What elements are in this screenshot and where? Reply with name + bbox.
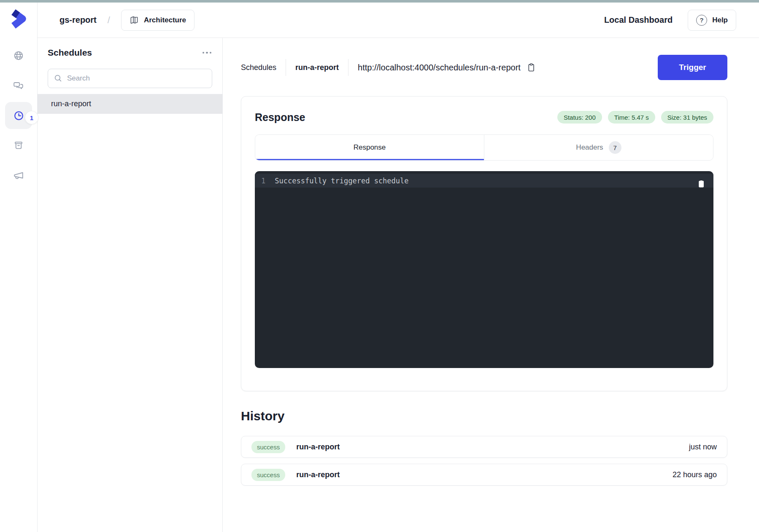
copy-icon [697,179,706,189]
response-tabs: Response Headers 7 [255,134,713,161]
code-line-number: 1 [255,177,265,185]
content-row: Schedules run-a-r [38,38,759,532]
right-side: gs-report / Architecture Local Dashboard… [38,3,759,532]
ellipsis-icon [203,52,205,54]
breadcrumb-schedule-name: run-a-report [295,63,339,72]
search-wrapper [48,69,212,88]
clock-icon [13,110,24,121]
app-header: gs-report / Architecture Local Dashboard… [38,3,759,38]
response-card-title: Response [255,111,305,124]
architecture-button-label: Architecture [144,16,186,24]
history-status-badge: success [251,469,285,481]
sidebar-item-announcements[interactable] [5,162,32,189]
response-badges: Status: 200 Time: 5.47 s Size: 31 bytes [557,111,713,124]
breadcrumb-section: Schedules [241,63,276,72]
history-schedule-name: run-a-report [296,443,340,451]
size-badge: Size: 31 bytes [661,111,713,124]
sidebar-item-storage[interactable] [5,132,32,159]
history-title: History [241,409,727,423]
chat-icon [13,80,24,91]
schedules-panel-title: Schedules [48,48,92,58]
history-timestamp: just now [689,443,717,451]
search-input[interactable] [48,69,212,88]
response-card-header: Response Status: 200 Time: 5.47 s Size: … [255,110,713,124]
code-line: 1 Successfully triggered schedule [255,174,713,188]
help-button[interactable]: ? Help [688,10,736,31]
response-body-code-block: 1 Successfully triggered schedule [255,171,713,368]
tab-headers[interactable]: Headers 7 [484,135,713,160]
architecture-button[interactable]: Architecture [121,10,194,31]
tab-response[interactable]: Response [255,135,484,160]
project-name: gs-report [59,15,97,25]
map-icon [130,16,139,25]
schedules-count-badge: 1 [25,111,38,124]
help-button-label: Help [712,16,728,24]
archive-icon [13,140,24,151]
tab-headers-label: Headers [576,143,603,152]
copy-response-button[interactable] [696,178,707,190]
sidebar-item-schedules[interactable]: 1 [5,102,32,129]
panel-menu-button[interactable] [202,49,213,56]
history-row[interactable]: success run-a-report 22 hours ago [241,464,727,486]
question-circle-icon: ? [696,15,707,26]
schedule-url: http://localhost:4000/schedules/run-a-re… [358,62,537,73]
schedule-list: run-a-report [38,94,222,114]
schedules-panel-header: Schedules [38,48,222,58]
globe-icon [13,50,24,61]
headers-count-badge: 7 [609,141,621,154]
copy-url-button[interactable] [526,62,537,73]
sidebar-item-api-explorer[interactable] [5,72,32,99]
breadcrumb-separator: / [108,15,110,26]
schedule-header-row: Schedules run-a-report http://localhost:… [241,55,727,80]
breadcrumb: Schedules run-a-report http://localhost:… [241,59,537,76]
tab-response-label: Response [354,143,386,152]
code-line-text: Successfully triggered schedule [275,177,408,185]
schedules-panel: Schedules run-a-r [38,38,223,532]
history-list: success run-a-report just now success ru… [241,436,727,486]
time-badge: Time: 5.47 s [608,111,655,124]
response-card: Response Status: 200 Time: 5.47 s Size: … [241,96,727,391]
main-content: Schedules run-a-report http://localhost:… [223,38,759,532]
schedule-list-item[interactable]: run-a-report [38,94,222,114]
schedule-item-label: run-a-report [51,99,91,108]
dashboard-title: Local Dashboard [604,15,673,25]
trigger-button[interactable]: Trigger [658,55,727,80]
history-timestamp: 22 hours ago [673,470,717,479]
history-row[interactable]: success run-a-report just now [241,436,727,458]
schedule-url-text: http://localhost:4000/schedules/run-a-re… [358,63,521,73]
header-breadcrumb: gs-report / Architecture [59,10,194,31]
status-badge: Status: 200 [557,111,602,124]
header-right: Local Dashboard ? Help [604,10,736,31]
divider [286,59,286,76]
divider [348,59,348,76]
history-status-badge: success [251,441,285,453]
app-logo-icon[interactable] [8,8,30,30]
history-schedule-name: run-a-report [296,470,340,479]
sidebar-item-service-catalog[interactable] [5,42,32,69]
app-layout: 1 [0,3,759,532]
clipboard-icon [527,62,536,73]
icon-sidebar: 1 [0,3,38,532]
sidebar-nav: 1 [5,42,32,189]
megaphone-icon [13,170,24,181]
